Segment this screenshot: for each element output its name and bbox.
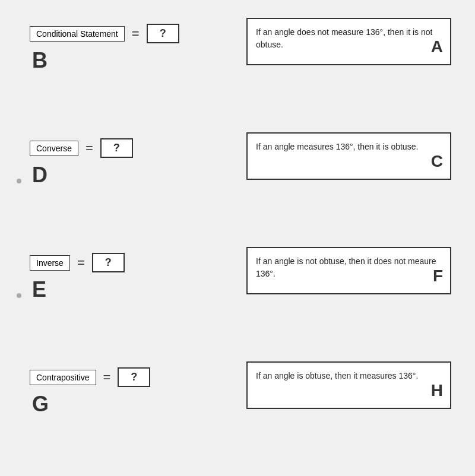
- equals-4: =: [103, 370, 111, 385]
- row3-left: Inverse = ? E: [12, 241, 235, 350]
- contrapositive-label: Contrapositive: [30, 370, 96, 385]
- corner-letter-H: H: [431, 378, 443, 403]
- dot-2: [17, 179, 21, 183]
- statement-box-A: If an angle does not measure 136°, then …: [246, 18, 451, 65]
- question-box-4[interactable]: ?: [118, 367, 150, 387]
- corner-letter-F: F: [433, 264, 443, 288]
- statement-box-F: If an angle is not obtuse, then it does …: [246, 247, 451, 294]
- corner-letter-C: C: [431, 149, 443, 174]
- row4-right: If an angle is obtuse, then it measures …: [240, 356, 463, 464]
- dot-3: [17, 293, 21, 298]
- converse-label: Converse: [30, 141, 78, 156]
- row4-left-inline: Contrapositive = ?: [30, 367, 229, 387]
- row3-right: If an angle is not obtuse, then it does …: [240, 241, 463, 350]
- conditional-statement-label: Conditional Statement: [30, 26, 125, 42]
- question-box-1[interactable]: ?: [147, 24, 179, 43]
- letter-E: E: [32, 277, 229, 302]
- equals-3: =: [77, 255, 85, 271]
- row4-left: Contrapositive = ? G: [12, 356, 235, 464]
- statement-box-C: If an angle measures 136°, then it is ob…: [246, 132, 451, 180]
- row1-left-inline: Conditional Statement = ?: [30, 24, 229, 43]
- letter-B: B: [32, 48, 229, 73]
- row3-left-inline: Inverse = ?: [30, 253, 229, 272]
- corner-letter-A: A: [431, 34, 443, 59]
- statement-text-A: If an angle does not measure 136°, then …: [256, 27, 432, 49]
- equals-1: =: [132, 26, 140, 42]
- question-box-2[interactable]: ?: [100, 138, 133, 158]
- row1-right: If an angle does not measure 136°, then …: [240, 12, 463, 120]
- statement-text-C: If an angle measures 136°, then it is ob…: [256, 142, 418, 151]
- row1-left: Conditional Statement = ? B: [12, 12, 235, 120]
- main-grid: Conditional Statement = ? B If an angle …: [0, 0, 475, 476]
- letter-D: D: [32, 163, 229, 188]
- row2-left: Converse = ? D: [12, 126, 235, 235]
- row2-left-inline: Converse = ?: [30, 138, 229, 158]
- question-box-3[interactable]: ?: [92, 253, 125, 272]
- statement-box-H: If an angle is obtuse, then it measures …: [246, 361, 451, 409]
- statement-text-F: If an angle is not obtuse, then it does …: [256, 256, 436, 278]
- inverse-label: Inverse: [30, 255, 70, 271]
- equals-2: =: [86, 141, 93, 156]
- row2-right: If an angle measures 136°, then it is ob…: [240, 126, 463, 235]
- statement-text-H: If an angle is obtuse, then it measures …: [256, 371, 418, 380]
- letter-G: G: [32, 392, 229, 417]
